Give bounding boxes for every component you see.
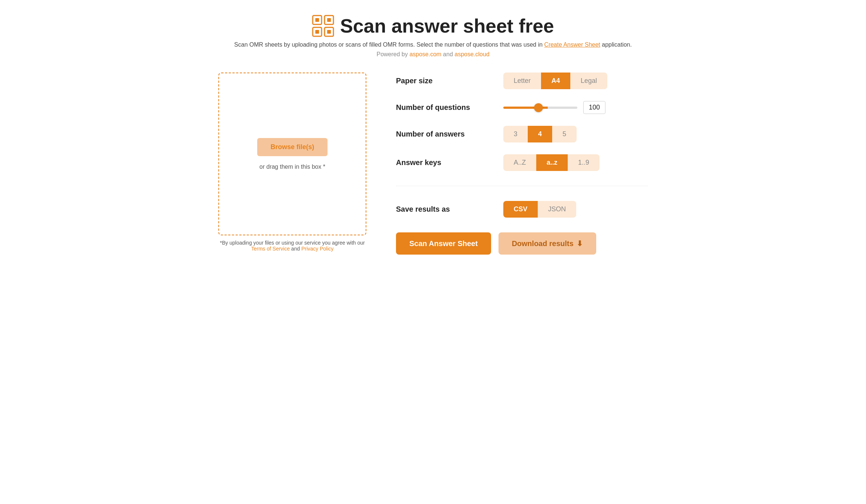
num-answers-group: 3 4 5	[503, 126, 577, 142]
main-content: Browse file(s) or drag them in this box …	[218, 73, 648, 255]
create-answer-sheet-link[interactable]: Create Answer Sheet	[544, 41, 600, 48]
svg-rect-6	[315, 30, 319, 34]
upload-footer: *By uploading your files or using our se…	[218, 240, 366, 252]
action-row: Scan Answer Sheet Download results ⬇	[396, 232, 648, 255]
num-answers-label: Number of answers	[396, 130, 492, 138]
questions-value: 100	[583, 101, 605, 114]
num-questions-row: Number of questions 100	[396, 101, 648, 114]
save-json[interactable]: JSON	[538, 201, 576, 218]
save-results-label: Save results as	[396, 205, 492, 214]
slider-container: 100	[503, 101, 605, 114]
privacy-link[interactable]: Privacy Policy	[301, 246, 333, 252]
questions-slider[interactable]	[503, 107, 577, 109]
paper-size-legal[interactable]: Legal	[570, 73, 607, 89]
page-title: Scan answer sheet free	[340, 15, 554, 37]
paper-size-label: Paper size	[396, 77, 492, 85]
settings-section: Paper size Letter A4 Legal Number of que…	[396, 73, 648, 255]
header-subtitle: Scan OMR sheets by uploading photos or s…	[218, 41, 648, 48]
browse-files-button[interactable]: Browse file(s)	[257, 138, 328, 156]
answer-keys-lowercase[interactable]: a..z	[536, 154, 568, 171]
drag-text: or drag them in this box *	[259, 164, 325, 170]
num-answers-3[interactable]: 3	[503, 126, 528, 142]
svg-rect-4	[315, 18, 319, 22]
save-format-group: CSV JSON	[503, 201, 576, 218]
svg-rect-7	[327, 30, 331, 34]
paper-size-row: Paper size Letter A4 Legal	[396, 73, 648, 89]
paper-size-group: Letter A4 Legal	[503, 73, 607, 89]
upload-section: Browse file(s) or drag them in this box …	[218, 73, 366, 252]
svg-rect-5	[327, 18, 331, 22]
download-label: Download results	[512, 239, 574, 248]
page: Scan answer sheet free Scan OMR sheets b…	[211, 0, 655, 277]
num-questions-label: Number of questions	[396, 103, 492, 112]
download-results-button[interactable]: Download results ⬇	[499, 232, 596, 255]
tos-link[interactable]: Terms of Service	[251, 246, 290, 252]
title-row: Scan answer sheet free	[218, 15, 648, 37]
answer-keys-numeric[interactable]: 1..9	[568, 154, 600, 171]
paper-size-letter[interactable]: Letter	[503, 73, 541, 89]
answer-keys-label: Answer keys	[396, 158, 492, 167]
num-answers-row: Number of answers 3 4 5	[396, 126, 648, 142]
header: Scan answer sheet free Scan OMR sheets b…	[218, 15, 648, 58]
num-answers-4[interactable]: 4	[528, 126, 552, 142]
powered-by: Powered by aspose.com and aspose.cloud	[218, 51, 648, 58]
answer-keys-row: Answer keys A..Z a..z 1..9	[396, 154, 648, 171]
download-icon: ⬇	[577, 239, 583, 248]
paper-size-a4[interactable]: A4	[541, 73, 570, 89]
num-answers-5[interactable]: 5	[552, 126, 577, 142]
save-csv[interactable]: CSV	[503, 201, 538, 218]
omr-icon	[312, 15, 334, 37]
aspose-com-link[interactable]: aspose.com	[409, 51, 441, 57]
answer-keys-group: A..Z a..z 1..9	[503, 154, 600, 171]
scan-answer-sheet-button[interactable]: Scan Answer Sheet	[396, 232, 491, 255]
divider	[396, 186, 648, 186]
aspose-cloud-link[interactable]: aspose.cloud	[454, 51, 489, 57]
answer-keys-uppercase[interactable]: A..Z	[503, 154, 536, 171]
save-results-row: Save results as CSV JSON	[396, 201, 648, 218]
upload-area[interactable]: Browse file(s) or drag them in this box …	[218, 73, 366, 235]
